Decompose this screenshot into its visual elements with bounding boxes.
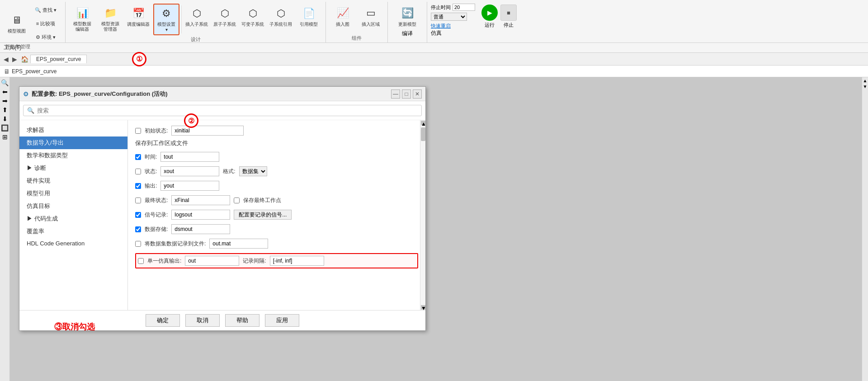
right-sidebar-icon-2[interactable]: ▼ xyxy=(863,84,868,89)
model-settings-btn[interactable]: ⚙ 模型设置▾ xyxy=(153,4,179,35)
sidebar-icon-2[interactable]: ⬅ xyxy=(2,88,8,95)
final-state-input[interactable] xyxy=(171,195,230,205)
format-select[interactable]: 数据集 xyxy=(239,166,267,176)
stop-button[interactable]: ⏹ xyxy=(500,5,517,21)
breadcrumb-tab[interactable]: EPS_power_curve xyxy=(30,55,87,63)
ok-btn[interactable]: 确定 xyxy=(146,314,180,327)
stop-time-input[interactable] xyxy=(453,4,475,11)
single-sim-input[interactable] xyxy=(185,256,239,266)
initial-state-input[interactable] xyxy=(171,126,244,136)
output-input[interactable] xyxy=(160,181,219,191)
nav-item-coverage[interactable]: 覆盖率 xyxy=(19,225,127,238)
find-btn[interactable]: 🔍 查找 ▾ xyxy=(30,4,61,16)
signal-log-checkbox[interactable] xyxy=(135,212,141,218)
scrollbar[interactable]: ▲ ▼ xyxy=(420,120,425,310)
right-sidebar-icon-1[interactable]: ▲ xyxy=(863,78,868,83)
schedule-editor-btn[interactable]: 📅 调度编辑器 xyxy=(125,4,151,30)
nav-item-hw[interactable]: 硬件实现 xyxy=(19,174,127,187)
left-sidebar: 🔍 ⬅ ➡ ⬆ ⬇ 🔲 ⊞ xyxy=(0,77,10,381)
env-label: ⚙ 环境 ▾ xyxy=(36,34,56,41)
nav-home-btn[interactable]: 🏠 xyxy=(19,55,30,64)
update-model-icon: 🔄 xyxy=(400,6,415,20)
single-sim-checkbox[interactable] xyxy=(138,258,144,264)
menubar: 工具(T) xyxy=(0,43,868,53)
time-input[interactable] xyxy=(160,152,219,162)
nav-item-math[interactable]: 数学和数据类型 xyxy=(19,149,127,162)
dialog-restore-btn[interactable]: □ xyxy=(402,89,411,99)
apply-btn[interactable]: 应用 xyxy=(265,314,299,327)
component-group-label: 组件 xyxy=(352,34,362,42)
variable-subsystem-btn[interactable]: ⬡ 可变子系统 xyxy=(240,4,266,30)
final-state-checkbox[interactable] xyxy=(135,198,141,203)
model-view-btn[interactable]: 🖥 模型视图 xyxy=(5,4,28,43)
sidebar-icon-4[interactable]: ⬆ xyxy=(2,106,8,113)
state-checkbox[interactable] xyxy=(135,169,141,174)
env-btn[interactable]: ⚙ 环境 ▾ xyxy=(30,31,61,43)
interval-input[interactable] xyxy=(270,256,324,266)
sim-group: 停止时间 普通 快速重启 运行 ⏹ xyxy=(427,2,866,42)
atom-subsystem-btn[interactable]: ⬡ 原子子系统 xyxy=(212,4,238,30)
compare-btn[interactable]: ≡ 比较项 xyxy=(30,17,61,30)
run-button[interactable] xyxy=(481,5,498,21)
scroll-up-btn[interactable]: ▲ xyxy=(421,121,425,125)
data-store-input[interactable] xyxy=(171,224,230,234)
dialog-minimize-btn[interactable]: — xyxy=(391,89,400,99)
insert-subsystem-btn[interactable]: ⬡ 插入子系统 xyxy=(184,4,210,30)
insert-chart-label: 插入图 xyxy=(336,21,349,28)
insert-region-btn[interactable]: ▭ 插入区域 xyxy=(358,4,384,30)
model-data-editor-btn[interactable]: 📊 模型数据编辑器 xyxy=(69,4,95,34)
config-dialog: ⚙ 配置参数: EPS_power_curve/Configuration (活… xyxy=(19,86,426,331)
restart-link[interactable]: 快速重启 xyxy=(431,23,451,29)
schedule-editor-icon: 📅 xyxy=(131,6,146,21)
nav-item-data-io[interactable]: 数据导入/导出 xyxy=(19,136,127,149)
ref-model-icon: 📄 xyxy=(302,6,316,21)
nav-item-sim-target-label: 仿真目标 xyxy=(27,202,50,210)
scroll-thumb[interactable] xyxy=(421,127,425,141)
ref-model-btn[interactable]: 📄 引用模型 xyxy=(296,4,322,30)
signal-log-input[interactable] xyxy=(171,210,230,220)
nav-item-code-gen[interactable]: ▶ 代码生成 xyxy=(19,212,127,225)
initial-state-checkbox[interactable] xyxy=(135,128,141,134)
output-checkbox[interactable] xyxy=(135,183,141,189)
log-file-input[interactable] xyxy=(209,239,268,249)
nav-item-sim-target[interactable]: 仿真目标 xyxy=(19,200,127,212)
model-resource-btn[interactable]: 📁 模型资源管理器 xyxy=(97,4,123,34)
time-checkbox[interactable] xyxy=(135,154,141,160)
data-store-checkbox[interactable] xyxy=(135,226,141,232)
nav-item-hdl[interactable]: HDL Code Generation xyxy=(19,238,127,249)
sidebar-icon-7[interactable]: ⊞ xyxy=(2,133,8,141)
state-input[interactable] xyxy=(160,166,219,176)
nav-back-btn[interactable]: ◀ xyxy=(2,55,10,64)
nav-item-diag[interactable]: ▶ 诊断 xyxy=(19,162,127,174)
sidebar-icon-1[interactable]: 🔍 xyxy=(1,79,9,86)
sidebar-icon-3[interactable]: ➡ xyxy=(2,97,8,104)
insert-region-label: 插入区域 xyxy=(362,21,380,28)
sidebar-icon-5[interactable]: ⬇ xyxy=(2,115,8,122)
log-file-checkbox[interactable] xyxy=(135,241,141,247)
annotation-circle-1: ① xyxy=(132,52,146,66)
help-btn[interactable]: 帮助 xyxy=(225,314,259,327)
sim-type-select[interactable]: 普通 xyxy=(431,13,467,21)
state-label: 状态: xyxy=(145,168,157,175)
sidebar-icon-6[interactable]: 🔲 xyxy=(1,124,9,132)
cancel-btn[interactable]: 取消 xyxy=(185,314,220,327)
initial-state-label: 初始状态: xyxy=(145,127,168,135)
search-input[interactable] xyxy=(37,107,418,114)
scroll-down-btn[interactable]: ▼ xyxy=(421,305,425,310)
nav-item-solver[interactable]: 求解器 xyxy=(19,124,127,136)
subsystem-ref-btn[interactable]: ⬡ 子系统引用 xyxy=(268,4,294,30)
nav-item-model-ref[interactable]: 模型引用 xyxy=(19,187,127,200)
format-label: 格式: xyxy=(223,168,235,175)
main-content: 🔍 ⬅ ➡ ⬆ ⬇ 🔲 ⊞ ② ③取消勾选 ⚙ 配置参数: EPS_power_… xyxy=(0,77,868,381)
nav-forward-btn[interactable]: ▶ xyxy=(10,55,19,64)
configure-signal-btn[interactable]: 配置要记录的信号... xyxy=(234,210,292,220)
model-data-editor-icon: 📊 xyxy=(75,6,90,20)
dialog-close-btn[interactable]: ✕ xyxy=(413,89,422,99)
atom-subsystem-label: 原子子系统 xyxy=(213,22,236,27)
save-final-checkbox[interactable] xyxy=(234,198,240,203)
menu-tools[interactable]: 工具(T) xyxy=(4,44,21,51)
design-group: 📊 模型数据编辑器 📁 模型资源管理器 📅 调度编辑器 ⚙ 模型设置▾ ⬡ 插入… xyxy=(66,2,326,42)
model-view-label: 模型视图 xyxy=(8,28,26,34)
update-model-btn[interactable]: 🔄 更新模型 xyxy=(392,4,423,30)
insert-chart-btn[interactable]: 📈 插入图 xyxy=(330,4,356,30)
